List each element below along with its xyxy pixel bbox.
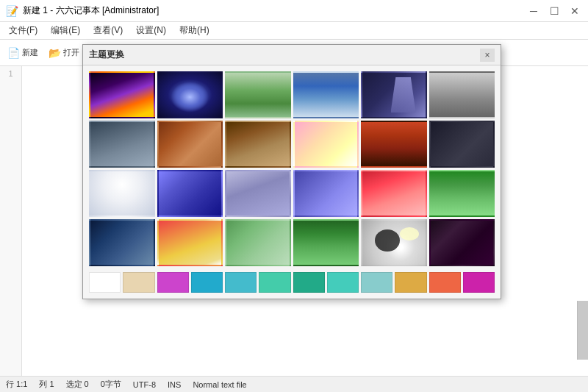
theme-image-15[interactable]: [225, 170, 291, 217]
theme-image-4[interactable]: [293, 71, 359, 118]
theme-image-19[interactable]: [89, 219, 155, 266]
dialog-title: 主题更换: [89, 49, 124, 61]
theme-image-21[interactable]: [225, 219, 291, 266]
theme-image-23[interactable]: [361, 219, 427, 266]
dialog-titlebar: 主题更换 ×: [83, 45, 501, 65]
theme-image-9[interactable]: [225, 121, 291, 168]
color-swatch-pink[interactable]: [463, 272, 495, 293]
color-swatch-white[interactable]: [89, 272, 121, 293]
color-swatch-green2[interactable]: [293, 272, 325, 293]
theme-image-11[interactable]: [361, 121, 427, 168]
theme-image-17[interactable]: [361, 170, 427, 217]
color-swatch-purple[interactable]: [157, 272, 189, 293]
theme-image-18[interactable]: [429, 170, 495, 217]
theme-image-2[interactable]: [157, 71, 223, 118]
theme-image-24[interactable]: [429, 219, 495, 266]
color-swatch-green1[interactable]: [259, 272, 290, 293]
color-swatch-red[interactable]: [429, 272, 461, 293]
color-swatch-lightblue[interactable]: [361, 272, 392, 293]
color-swatch-teal2[interactable]: [225, 272, 257, 293]
theme-image-16[interactable]: [293, 170, 359, 217]
color-swatch-tan[interactable]: [123, 272, 154, 293]
theme-image-6[interactable]: [429, 71, 495, 118]
color-swatch-teal1[interactable]: [191, 272, 223, 293]
color-swatches-row: [89, 272, 495, 293]
theme-image-14[interactable]: [157, 170, 223, 217]
theme-dialog: 主题更换 ×: [82, 44, 501, 299]
theme-image-20[interactable]: [157, 219, 223, 266]
theme-image-5[interactable]: [361, 71, 427, 118]
theme-image-10[interactable]: [293, 121, 359, 168]
theme-image-12[interactable]: [429, 121, 495, 168]
dialog-overlay: 主题更换 ×: [0, 0, 588, 392]
theme-image-22[interactable]: [293, 219, 359, 266]
theme-image-grid: [89, 71, 495, 266]
theme-image-13[interactable]: [89, 170, 155, 217]
color-swatch-cyan[interactable]: [327, 272, 359, 293]
dialog-content: [83, 65, 501, 299]
theme-image-8[interactable]: [157, 121, 223, 168]
theme-image-3[interactable]: [225, 71, 291, 118]
theme-image-7[interactable]: [89, 121, 155, 168]
dialog-close-button[interactable]: ×: [480, 49, 495, 62]
color-swatch-orange[interactable]: [395, 272, 426, 293]
theme-image-1[interactable]: [89, 71, 155, 118]
